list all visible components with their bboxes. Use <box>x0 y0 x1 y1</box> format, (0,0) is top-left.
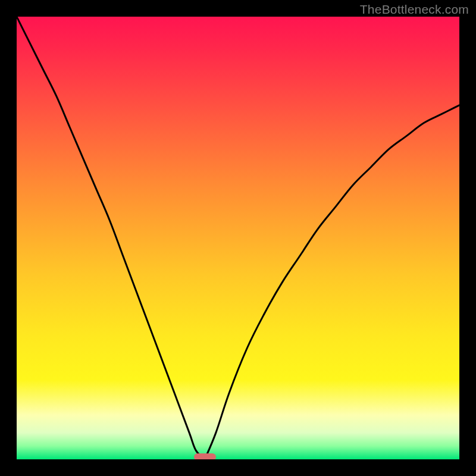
right-branch-curve <box>205 105 459 459</box>
curve-layer <box>17 17 459 459</box>
chart-frame: TheBottleneck.com <box>0 0 476 476</box>
plot-area <box>17 17 459 459</box>
left-branch-curve <box>17 17 205 459</box>
watermark-text: TheBottleneck.com <box>360 2 469 17</box>
minimum-marker <box>194 453 216 459</box>
